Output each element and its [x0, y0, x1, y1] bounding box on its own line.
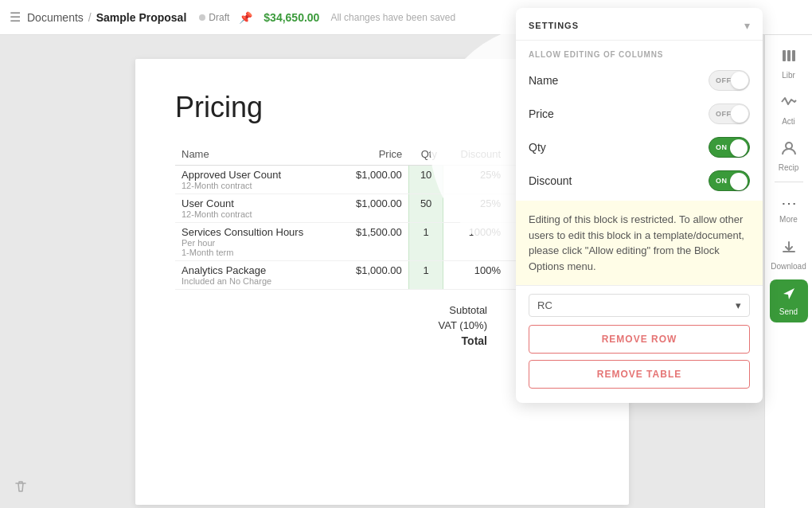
toggle-name-text: OFF [716, 76, 732, 84]
sidebar-divider [775, 182, 803, 182]
warning-text: Editing of this block is restricted. To … [529, 213, 744, 272]
send-icon [781, 286, 797, 305]
item-name: User Count 12-Month contract [175, 194, 338, 223]
status-label: Draft [209, 12, 229, 23]
breadcrumb: Documents / Sample Proposal [27, 11, 186, 24]
right-sidebar: Libr Acti Recip ⋯ More Download [764, 35, 812, 508]
item-name: Approved User Count 12-Month contract [175, 166, 338, 194]
library-label: Libr [782, 71, 795, 80]
item-qty[interactable]: 1 [408, 261, 443, 290]
toggle-name[interactable]: OFF [709, 70, 750, 91]
columns-section-label: ALLOW EDITING OF COLUMNS [516, 41, 763, 64]
toggle-row-name: Name OFF [516, 64, 763, 97]
settings-title: SETTINGS [529, 21, 579, 30]
download-icon [781, 240, 797, 260]
total-label: Total [424, 334, 487, 347]
col-header-discount: Discount [443, 143, 507, 166]
breadcrumb-current[interactable]: Sample Proposal [96, 11, 187, 24]
svg-rect-2 [792, 50, 795, 61]
row-selector[interactable]: RC ▾ [529, 294, 750, 317]
item-discount: 100% [443, 261, 507, 290]
row-selector-chevron: ▾ [736, 299, 741, 311]
toggle-label-discount: Discount [529, 174, 572, 187]
svg-point-3 [786, 143, 792, 149]
toggle-label-qty: Qty [529, 141, 546, 154]
toggle-qty-knob [730, 139, 748, 157]
document-status: Draft [199, 12, 229, 23]
recipients-label: Recip [779, 163, 799, 172]
toggle-discount-text: ON [716, 177, 728, 185]
item-price: $1,000.00 [338, 261, 409, 290]
breadcrumb-sep: / [88, 11, 92, 24]
toggle-row-price: Price OFF [516, 97, 763, 131]
menu-icon[interactable]: ☰ [10, 10, 21, 25]
toggle-name-knob [731, 72, 748, 89]
item-qty[interactable]: 10 [408, 166, 443, 194]
sidebar-download-btn[interactable]: Download [770, 233, 808, 276]
item-discount: 25% [443, 166, 507, 194]
remove-table-button[interactable]: REMOVE TABLE [529, 360, 750, 389]
remove-row-button[interactable]: REMOVE ROW [529, 325, 750, 354]
item-price: $1,000.00 [338, 166, 409, 194]
activity-icon [780, 93, 798, 115]
toggle-qty[interactable]: ON [709, 137, 750, 158]
item-name: Analytics Package Included an No Charge [175, 261, 338, 290]
toggle-qty-text: ON [716, 143, 728, 151]
status-dot [199, 14, 205, 21]
item-discount: 1000% [443, 223, 507, 261]
row-controls: RC ▾ REMOVE ROW REMOVE TABLE [516, 285, 763, 403]
warning-box: Editing of this block is restricted. To … [516, 201, 763, 285]
send-label: Send [779, 307, 798, 316]
item-qty[interactable]: 1 [408, 223, 443, 261]
toggle-discount-knob [730, 173, 748, 190]
svg-rect-1 [787, 50, 791, 61]
toggle-price-text: OFF [716, 110, 732, 118]
breadcrumb-root[interactable]: Documents [27, 11, 84, 24]
settings-panel: SETTINGS ▾ ALLOW EDITING OF COLUMNS Name… [516, 8, 763, 403]
settings-chevron[interactable]: ▾ [744, 19, 750, 32]
vat-label: VAT (10%) [424, 319, 487, 331]
recipients-icon [780, 139, 798, 161]
toggle-price-knob [731, 105, 748, 123]
item-qty[interactable]: 50 [408, 194, 443, 223]
activity-label: Acti [782, 117, 795, 126]
item-name: Services Consultion Hours Per hour 1-Mon… [175, 223, 338, 261]
svg-rect-0 [783, 50, 786, 61]
sidebar-activity-btn[interactable]: Acti [770, 88, 808, 131]
col-header-qty: Qty [408, 143, 443, 166]
toggle-row-qty: Qty ON [516, 131, 763, 164]
toggle-label-name: Name [529, 74, 558, 87]
library-icon [780, 47, 798, 68]
col-header-name: Name [175, 143, 338, 166]
toggle-row-discount: Discount ON [516, 164, 763, 197]
sidebar-recipients-btn[interactable]: Recip [770, 134, 808, 177]
item-price: $1,000.00 [338, 194, 409, 223]
more-icon: ⋯ [781, 193, 797, 213]
document-price: $34,650.00 [264, 11, 319, 24]
settings-header: SETTINGS ▾ [516, 8, 763, 41]
toggle-label-price: Price [529, 107, 554, 120]
sidebar-more-btn[interactable]: ⋯ More [770, 187, 808, 230]
saved-indicator: All changes have been saved [330, 12, 455, 23]
toggle-discount[interactable]: ON [709, 170, 750, 191]
pin-icon: 📌 [239, 11, 252, 24]
col-header-price: Price [338, 143, 409, 166]
subtotal-label: Subtotal [424, 304, 487, 316]
sidebar-library-btn[interactable]: Libr [770, 41, 808, 84]
item-discount: 25% [443, 194, 507, 223]
item-price: $1,500.00 [338, 223, 409, 261]
row-selector-label: RC [537, 299, 552, 311]
sidebar-send-btn[interactable]: Send [770, 279, 808, 322]
more-label: More [779, 215, 798, 224]
trash-icon[interactable] [13, 479, 29, 498]
toggle-price[interactable]: OFF [709, 104, 750, 124]
download-label: Download [771, 262, 806, 271]
